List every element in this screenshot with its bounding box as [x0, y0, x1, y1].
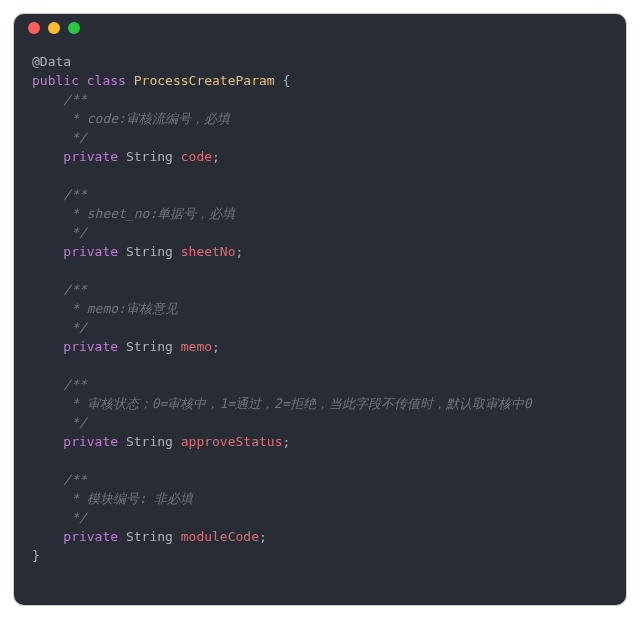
type-string: String [126, 149, 173, 164]
field-name: memo [181, 339, 212, 354]
keyword-private: private [63, 244, 118, 259]
comment-close: */ [63, 415, 86, 430]
maximize-icon[interactable] [68, 22, 80, 34]
keyword-private: private [63, 529, 118, 544]
window-titlebar [14, 14, 626, 42]
comment-line: * 模块编号: 非必填 [63, 491, 193, 506]
field-name: moduleCode [181, 529, 259, 544]
comment-open: /** [63, 377, 86, 392]
field-name: approveStatus [181, 434, 283, 449]
type-string: String [126, 339, 173, 354]
code-block: @Data public class ProcessCreateParam { … [14, 42, 626, 565]
type-string: String [126, 529, 173, 544]
field-name: code [181, 149, 212, 164]
comment-line: * 审核状态；0=审核中，1=通过，2=拒绝，当此字段不传值时，默认取审核中0 [63, 396, 531, 411]
type-string: String [126, 434, 173, 449]
comment-open: /** [63, 187, 86, 202]
comment-close: */ [63, 130, 86, 145]
keyword-class: class [87, 73, 126, 88]
code-window: @Data public class ProcessCreateParam { … [14, 14, 626, 605]
close-icon[interactable] [28, 22, 40, 34]
brace-close: } [32, 548, 40, 563]
comment-close: */ [63, 510, 86, 525]
comment-close: */ [63, 320, 86, 335]
comment-open: /** [63, 282, 86, 297]
keyword-private: private [63, 149, 118, 164]
comment-line: * sheet_no:单据号，必填 [63, 206, 235, 221]
comment-line: * code:审核流编号，必填 [63, 111, 230, 126]
field-name: sheetNo [181, 244, 236, 259]
keyword-private: private [63, 339, 118, 354]
annotation: @Data [32, 54, 71, 69]
class-name: ProcessCreateParam [134, 73, 275, 88]
keyword-public: public [32, 73, 79, 88]
comment-open: /** [63, 472, 86, 487]
type-string: String [126, 244, 173, 259]
brace-open: { [282, 73, 290, 88]
comment-close: */ [63, 225, 86, 240]
comment-line: * memo:审核意见 [63, 301, 178, 316]
comment-open: /** [63, 92, 86, 107]
minimize-icon[interactable] [48, 22, 60, 34]
keyword-private: private [63, 434, 118, 449]
